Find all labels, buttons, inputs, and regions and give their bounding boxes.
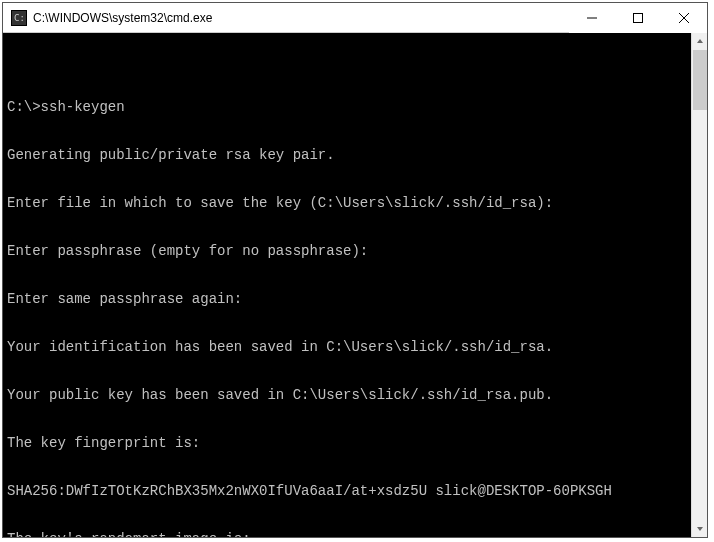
maximize-button[interactable] bbox=[615, 3, 661, 33]
output-line: Generating public/private rsa key pair. bbox=[7, 147, 687, 163]
window-controls bbox=[569, 3, 707, 32]
cmd-window: C: C:\WINDOWS\system32\cmd.exe C:\>ssh-k… bbox=[2, 2, 708, 538]
window-title: C:\WINDOWS\system32\cmd.exe bbox=[33, 11, 569, 25]
minimize-button[interactable] bbox=[569, 3, 615, 33]
titlebar[interactable]: C: C:\WINDOWS\system32\cmd.exe bbox=[3, 3, 707, 33]
output-line: C:\>ssh-keygen bbox=[7, 99, 687, 115]
svg-marker-7 bbox=[697, 39, 703, 43]
output-line: The key's randomart image is: bbox=[7, 531, 687, 537]
output-line: SHA256:DWfIzTOtKzRChBX35Mx2nWX0IfUVa6aaI… bbox=[7, 483, 687, 499]
close-button[interactable] bbox=[661, 3, 707, 33]
scroll-up-arrow-icon[interactable] bbox=[692, 33, 708, 49]
output-line: Enter same passphrase again: bbox=[7, 291, 687, 307]
vertical-scrollbar[interactable] bbox=[691, 33, 707, 537]
scroll-down-arrow-icon[interactable] bbox=[692, 521, 708, 537]
output-line: The key fingerprint is: bbox=[7, 435, 687, 451]
svg-marker-8 bbox=[697, 527, 703, 531]
svg-rect-4 bbox=[634, 14, 643, 23]
cmd-icon: C: bbox=[11, 10, 27, 26]
output-line: Enter file in which to save the key (C:\… bbox=[7, 195, 687, 211]
output-line: Your public key has been saved in C:\Use… bbox=[7, 387, 687, 403]
output-line: Your identification has been saved in C:… bbox=[7, 339, 687, 355]
output-line: Enter passphrase (empty for no passphras… bbox=[7, 243, 687, 259]
terminal-area: C:\>ssh-keygen Generating public/private… bbox=[3, 33, 707, 537]
scrollbar-thumb[interactable] bbox=[693, 50, 707, 110]
svg-text:C:: C: bbox=[14, 13, 25, 23]
terminal-output[interactable]: C:\>ssh-keygen Generating public/private… bbox=[3, 33, 691, 537]
